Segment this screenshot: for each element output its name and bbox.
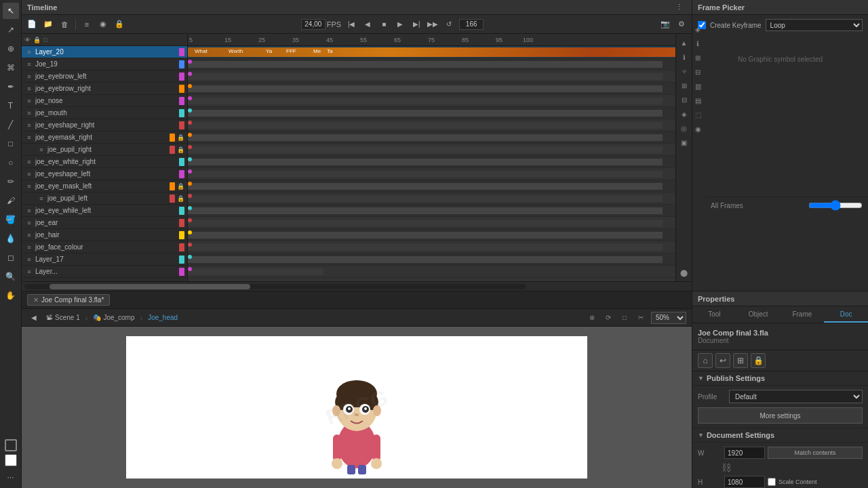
frame-row-12[interactable] — [188, 192, 675, 205]
frame-row-18[interactable] — [188, 266, 675, 278]
layer-row-eyemask-right[interactable]: ≡ joe_eyemask_right 🔒 — [22, 131, 187, 144]
prev-keyframe-btn[interactable]: |◀ — [345, 18, 357, 30]
next-frame-btn[interactable]: ▶| — [410, 18, 422, 30]
canvas-view[interactable]: RRCG — [22, 327, 692, 488]
frame-row-5[interactable] — [188, 107, 675, 119]
fill-color[interactable] — [5, 454, 17, 466]
timeline-frames[interactable]: 5 15 25 35 45 55 65 75 85 95 100 — [188, 34, 675, 281]
frame-row-4[interactable] — [188, 95, 675, 107]
tool-icon-4[interactable]: ▥ — [692, 80, 704, 92]
all-layers-visible[interactable]: 👁 — [24, 37, 31, 43]
layer-row-joe19[interactable]: ≡ Joe_19 — [22, 58, 187, 70]
frame-row-3[interactable] — [188, 83, 675, 95]
oval-tool[interactable]: ○ — [3, 155, 19, 171]
onion-skin-btn[interactable]: ◉ — [96, 18, 111, 31]
all-layers-outline[interactable]: □ — [43, 37, 47, 43]
layer-row-face-colour[interactable]: ≡ joe_face_colour — [22, 241, 187, 253]
joe-comp-nav[interactable]: 🎭 Joe_comp — [93, 314, 134, 321]
tool-icon-5[interactable]: ▤ — [692, 94, 704, 106]
tab-frame[interactable]: Frame — [781, 306, 825, 323]
tool-icon-7[interactable]: ◉ — [692, 123, 704, 135]
layer-row-ear[interactable]: ≡ joe_ear — [22, 217, 187, 229]
layer-row-pupil-right[interactable]: ≡ joe_pupil_right 🔒 — [22, 144, 187, 156]
select-tool[interactable]: ↖ — [3, 3, 19, 19]
layer-row-eyemask-left[interactable]: ≡ joe_eye_mask_left 🔒 — [22, 180, 187, 192]
side-icon-1[interactable]: ℹ — [678, 51, 690, 63]
match-contents-btn[interactable]: Match contents — [768, 447, 863, 459]
frame-row-8[interactable] — [188, 144, 675, 156]
tool-icon-2[interactable]: ⊞ — [692, 52, 704, 64]
frame-row-7[interactable] — [188, 131, 675, 144]
tool-icon-0[interactable]: ◈ — [692, 23, 704, 35]
canvas-fit-btn[interactable]: ⊕ — [586, 312, 598, 324]
frame-number-input[interactable]: 166 — [459, 19, 484, 30]
timeline-options[interactable]: ⋮ — [671, 1, 686, 14]
frame-row-6[interactable] — [188, 119, 675, 131]
next-keyframe-btn[interactable]: ▶▶ — [427, 18, 439, 30]
side-icon-6[interactable]: ◎ — [678, 122, 690, 134]
h-input[interactable] — [724, 476, 765, 488]
frame-row-2[interactable] — [188, 70, 675, 83]
line-tool[interactable]: ╱ — [3, 117, 19, 133]
props-icon-lock[interactable]: 🔒 — [751, 353, 766, 368]
side-icon-7[interactable]: ▣ — [678, 136, 690, 148]
lock-btn[interactable]: 🔒 — [112, 18, 127, 31]
lasso-tool[interactable]: ⌘ — [3, 60, 19, 76]
tool-icon-3[interactable]: ⊟ — [692, 66, 704, 78]
w-input[interactable] — [724, 447, 765, 459]
layer-row-layerdots[interactable]: ≡ Layer... — [22, 266, 187, 278]
loop-btn[interactable]: ↺ — [443, 18, 455, 30]
add-layer-btn[interactable]: 📄 — [24, 18, 39, 31]
tool-icon-1[interactable]: ℹ — [692, 37, 704, 49]
delete-layer-btn[interactable]: 🗑 — [57, 18, 72, 31]
add-folder-btn[interactable]: 📁 — [41, 18, 56, 31]
transform-tool[interactable]: ⊕ — [3, 41, 19, 57]
scene-1-nav[interactable]: 📽 Scene 1 — [46, 314, 80, 321]
tab-doc[interactable]: Doc — [824, 306, 868, 323]
frames-range-slider[interactable] — [808, 200, 863, 211]
props-icon-size[interactable]: ⊞ — [733, 353, 748, 368]
subselect-tool[interactable]: ↗ — [3, 22, 19, 38]
frame-row-11[interactable] — [188, 180, 675, 192]
pencil-tool[interactable]: ✏ — [3, 174, 19, 190]
layer-row-eyebrow-right[interactable]: ≡ joe_eyebrow_right — [22, 83, 187, 95]
all-layers-lock[interactable]: 🔒 — [33, 37, 41, 43]
side-icon-4[interactable]: ⊟ — [678, 94, 690, 106]
layer-row-layer17[interactable]: ≡ Layer_17 — [22, 253, 187, 266]
document-settings-section-header[interactable]: ▼ Document Settings — [692, 428, 868, 443]
frame-row-16[interactable] — [188, 241, 675, 253]
layer-row-layer20[interactable]: ≡ Layer_20 — [22, 46, 187, 58]
side-icon-8[interactable]: ⬤ — [678, 266, 690, 279]
stop-btn[interactable]: ■ — [378, 18, 390, 30]
layer-row-eye-white-left[interactable]: ≡ joe_eye_while_left — [22, 205, 187, 217]
layer-row-nose[interactable]: ≡ joe_nose — [22, 95, 187, 107]
nav-back-btn[interactable]: ◀ — [27, 312, 41, 323]
publish-settings-section-header[interactable]: ▼ Publish Settings — [692, 371, 868, 386]
eraser-tool[interactable]: ◻ — [3, 249, 19, 266]
fps-input[interactable]: 24,00 — [301, 19, 326, 30]
eyedropper[interactable]: 💧 — [3, 230, 19, 247]
layer-row-eyebrow-left[interactable]: ≡ joe_eyebrow_left — [22, 70, 187, 83]
prev-frame-btn[interactable]: ◀ — [361, 18, 374, 30]
stroke-color[interactable] — [5, 439, 17, 451]
play-btn[interactable]: ▶ — [394, 18, 406, 30]
canvas-rotate-btn[interactable]: ⟳ — [602, 312, 614, 324]
more-settings-btn[interactable]: More settings — [698, 407, 863, 424]
camera-btn[interactable]: 📷 — [658, 18, 673, 31]
brush-tool[interactable]: 🖌 — [3, 192, 19, 209]
rect-tool[interactable]: □ — [3, 136, 19, 152]
canvas-rect-btn[interactable]: □ — [618, 312, 631, 324]
frame-row-10[interactable] — [188, 168, 675, 180]
timeline-scrollbar[interactable] — [22, 281, 692, 291]
props-icon-home[interactable]: ⌂ — [698, 353, 713, 368]
zoom-tool[interactable]: 🔍 — [3, 268, 19, 285]
side-icon-2[interactable]: ✧ — [678, 65, 690, 77]
tool-icon-6[interactable]: ⬚ — [692, 108, 704, 121]
props-icon-link[interactable]: ↩ — [715, 353, 730, 368]
frame-row-9[interactable] — [188, 156, 675, 168]
frame-row-14[interactable] — [188, 217, 675, 229]
layer-row-eye-white-right[interactable]: ≡ joe_eye_white_right — [22, 156, 187, 168]
joe-head-nav[interactable]: Joe_head — [148, 314, 178, 321]
tab-object[interactable]: Object — [736, 306, 781, 323]
layer-row-mouth[interactable]: ≡ joe_mouth — [22, 107, 187, 119]
